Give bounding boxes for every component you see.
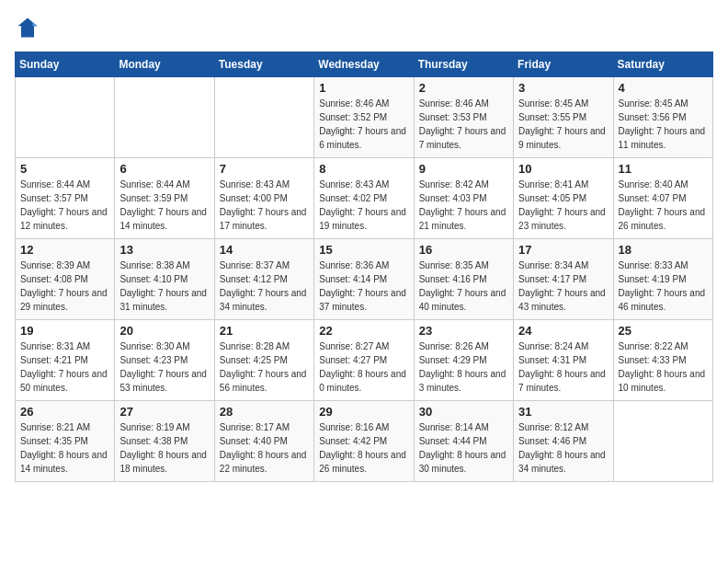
day-number: 10 bbox=[518, 162, 608, 176]
day-info: Sunrise: 8:24 AMSunset: 4:31 PMDaylight:… bbox=[518, 339, 608, 395]
day-number: 21 bbox=[220, 324, 309, 338]
day-number: 5 bbox=[20, 162, 109, 176]
day-number: 19 bbox=[20, 324, 109, 338]
calendar-day-cell: 24Sunrise: 8:24 AMSunset: 4:31 PMDayligh… bbox=[514, 320, 613, 401]
day-info: Sunrise: 8:35 AMSunset: 4:16 PMDaylight:… bbox=[419, 259, 508, 314]
calendar-day-cell: 30Sunrise: 8:14 AMSunset: 4:44 PMDayligh… bbox=[414, 401, 513, 482]
weekday-header: Monday bbox=[115, 52, 214, 77]
calendar-day-cell: 12Sunrise: 8:39 AMSunset: 4:08 PMDayligh… bbox=[16, 239, 115, 320]
calendar-day-cell: 25Sunrise: 8:22 AMSunset: 4:33 PMDayligh… bbox=[613, 320, 712, 401]
day-info: Sunrise: 8:28 AMSunset: 4:25 PMDaylight:… bbox=[220, 339, 309, 395]
calendar-day-cell: 14Sunrise: 8:37 AMSunset: 4:12 PMDayligh… bbox=[214, 239, 313, 320]
calendar-week-row: 19Sunrise: 8:31 AMSunset: 4:21 PMDayligh… bbox=[16, 320, 713, 401]
calendar-day-cell bbox=[16, 77, 115, 158]
weekday-header: Tuesday bbox=[214, 52, 313, 77]
day-number: 9 bbox=[419, 162, 508, 176]
day-info: Sunrise: 8:26 AMSunset: 4:29 PMDaylight:… bbox=[419, 339, 508, 395]
day-info: Sunrise: 8:46 AMSunset: 3:52 PMDaylight:… bbox=[319, 97, 408, 152]
day-number: 27 bbox=[119, 405, 209, 419]
day-info: Sunrise: 8:17 AMSunset: 4:40 PMDaylight:… bbox=[220, 420, 309, 476]
calendar-day-cell: 8Sunrise: 8:43 AMSunset: 4:02 PMDaylight… bbox=[314, 158, 414, 239]
day-info: Sunrise: 8:43 AMSunset: 4:00 PMDaylight:… bbox=[220, 178, 309, 233]
calendar-day-cell: 22Sunrise: 8:27 AMSunset: 4:27 PMDayligh… bbox=[314, 320, 414, 401]
calendar-day-cell bbox=[613, 401, 712, 482]
day-number: 30 bbox=[419, 405, 508, 419]
day-info: Sunrise: 8:45 AMSunset: 3:55 PMDaylight:… bbox=[518, 97, 608, 152]
day-number: 24 bbox=[518, 324, 608, 338]
calendar-table: SundayMondayTuesdayWednesdayThursdayFrid… bbox=[15, 52, 713, 482]
weekday-header: Thursday bbox=[414, 52, 513, 77]
calendar-day-cell: 4Sunrise: 8:45 AMSunset: 3:56 PMDaylight… bbox=[613, 77, 712, 158]
day-info: Sunrise: 8:14 AMSunset: 4:44 PMDaylight:… bbox=[419, 420, 508, 476]
day-info: Sunrise: 8:44 AMSunset: 3:59 PMDaylight:… bbox=[119, 178, 209, 233]
calendar-week-row: 5Sunrise: 8:44 AMSunset: 3:57 PMDaylight… bbox=[16, 158, 713, 239]
calendar-day-cell: 20Sunrise: 8:30 AMSunset: 4:23 PMDayligh… bbox=[115, 320, 214, 401]
day-info: Sunrise: 8:46 AMSunset: 3:53 PMDaylight:… bbox=[419, 97, 508, 152]
page-header bbox=[15, 15, 713, 40]
day-number: 11 bbox=[619, 162, 708, 176]
calendar-day-cell: 11Sunrise: 8:40 AMSunset: 4:07 PMDayligh… bbox=[613, 158, 712, 239]
day-number: 17 bbox=[518, 243, 608, 257]
day-info: Sunrise: 8:19 AMSunset: 4:38 PMDaylight:… bbox=[119, 420, 209, 476]
day-info: Sunrise: 8:22 AMSunset: 4:33 PMDaylight:… bbox=[619, 339, 708, 395]
day-number: 8 bbox=[319, 162, 408, 176]
day-number: 25 bbox=[619, 324, 708, 338]
calendar-week-row: 26Sunrise: 8:21 AMSunset: 4:35 PMDayligh… bbox=[16, 401, 713, 482]
day-number: 20 bbox=[119, 324, 209, 338]
calendar-day-cell: 1Sunrise: 8:46 AMSunset: 3:52 PMDaylight… bbox=[314, 77, 414, 158]
day-info: Sunrise: 8:42 AMSunset: 4:03 PMDaylight:… bbox=[419, 178, 508, 233]
day-number: 22 bbox=[319, 324, 408, 338]
calendar-day-cell: 28Sunrise: 8:17 AMSunset: 4:40 PMDayligh… bbox=[214, 401, 313, 482]
calendar-day-cell: 3Sunrise: 8:45 AMSunset: 3:55 PMDaylight… bbox=[514, 77, 613, 158]
calendar-day-cell: 6Sunrise: 8:44 AMSunset: 3:59 PMDaylight… bbox=[115, 158, 214, 239]
calendar-week-row: 12Sunrise: 8:39 AMSunset: 4:08 PMDayligh… bbox=[16, 239, 713, 320]
day-info: Sunrise: 8:40 AMSunset: 4:07 PMDaylight:… bbox=[619, 178, 708, 233]
day-info: Sunrise: 8:43 AMSunset: 4:02 PMDaylight:… bbox=[319, 178, 408, 233]
day-info: Sunrise: 8:45 AMSunset: 3:56 PMDaylight:… bbox=[619, 97, 708, 152]
day-info: Sunrise: 8:30 AMSunset: 4:23 PMDaylight:… bbox=[119, 339, 209, 395]
logo-icon bbox=[15, 15, 40, 40]
day-info: Sunrise: 8:27 AMSunset: 4:27 PMDaylight:… bbox=[319, 339, 408, 395]
calendar-day-cell: 23Sunrise: 8:26 AMSunset: 4:29 PMDayligh… bbox=[414, 320, 513, 401]
calendar-week-row: 1Sunrise: 8:46 AMSunset: 3:52 PMDaylight… bbox=[16, 77, 713, 158]
calendar-day-cell: 17Sunrise: 8:34 AMSunset: 4:17 PMDayligh… bbox=[514, 239, 613, 320]
calendar-day-cell: 7Sunrise: 8:43 AMSunset: 4:00 PMDaylight… bbox=[214, 158, 313, 239]
day-number: 26 bbox=[20, 405, 109, 419]
day-number: 3 bbox=[518, 81, 608, 95]
calendar-day-cell: 19Sunrise: 8:31 AMSunset: 4:21 PMDayligh… bbox=[16, 320, 115, 401]
weekday-header: Saturday bbox=[613, 52, 712, 77]
day-number: 31 bbox=[518, 405, 608, 419]
calendar-day-cell: 10Sunrise: 8:41 AMSunset: 4:05 PMDayligh… bbox=[514, 158, 613, 239]
calendar-day-cell: 27Sunrise: 8:19 AMSunset: 4:38 PMDayligh… bbox=[115, 401, 214, 482]
day-number: 1 bbox=[319, 81, 408, 95]
logo bbox=[15, 15, 44, 40]
calendar-day-cell: 9Sunrise: 8:42 AMSunset: 4:03 PMDaylight… bbox=[414, 158, 513, 239]
day-number: 23 bbox=[419, 324, 508, 338]
calendar-day-cell: 26Sunrise: 8:21 AMSunset: 4:35 PMDayligh… bbox=[16, 401, 115, 482]
day-number: 18 bbox=[619, 243, 708, 257]
day-info: Sunrise: 8:16 AMSunset: 4:42 PMDaylight:… bbox=[319, 420, 408, 476]
calendar-day-cell: 2Sunrise: 8:46 AMSunset: 3:53 PMDaylight… bbox=[414, 77, 513, 158]
day-number: 13 bbox=[119, 243, 209, 257]
day-info: Sunrise: 8:36 AMSunset: 4:14 PMDaylight:… bbox=[319, 259, 408, 314]
day-number: 14 bbox=[220, 243, 309, 257]
day-info: Sunrise: 8:38 AMSunset: 4:10 PMDaylight:… bbox=[119, 259, 209, 314]
day-info: Sunrise: 8:33 AMSunset: 4:19 PMDaylight:… bbox=[619, 259, 708, 314]
calendar-day-cell: 13Sunrise: 8:38 AMSunset: 4:10 PMDayligh… bbox=[115, 239, 214, 320]
calendar-day-cell: 16Sunrise: 8:35 AMSunset: 4:16 PMDayligh… bbox=[414, 239, 513, 320]
calendar-day-cell bbox=[214, 77, 313, 158]
weekday-header: Wednesday bbox=[314, 52, 414, 77]
day-number: 12 bbox=[20, 243, 109, 257]
day-number: 4 bbox=[619, 81, 708, 95]
day-number: 16 bbox=[419, 243, 508, 257]
day-number: 7 bbox=[220, 162, 309, 176]
day-info: Sunrise: 8:37 AMSunset: 4:12 PMDaylight:… bbox=[220, 259, 309, 314]
day-info: Sunrise: 8:12 AMSunset: 4:46 PMDaylight:… bbox=[518, 420, 608, 476]
calendar-day-cell: 18Sunrise: 8:33 AMSunset: 4:19 PMDayligh… bbox=[613, 239, 712, 320]
day-info: Sunrise: 8:31 AMSunset: 4:21 PMDaylight:… bbox=[20, 339, 109, 395]
calendar-day-cell: 31Sunrise: 8:12 AMSunset: 4:46 PMDayligh… bbox=[514, 401, 613, 482]
weekday-header: Friday bbox=[514, 52, 613, 77]
day-number: 29 bbox=[319, 405, 408, 419]
day-info: Sunrise: 8:21 AMSunset: 4:35 PMDaylight:… bbox=[20, 420, 109, 476]
weekday-header: Sunday bbox=[16, 52, 115, 77]
